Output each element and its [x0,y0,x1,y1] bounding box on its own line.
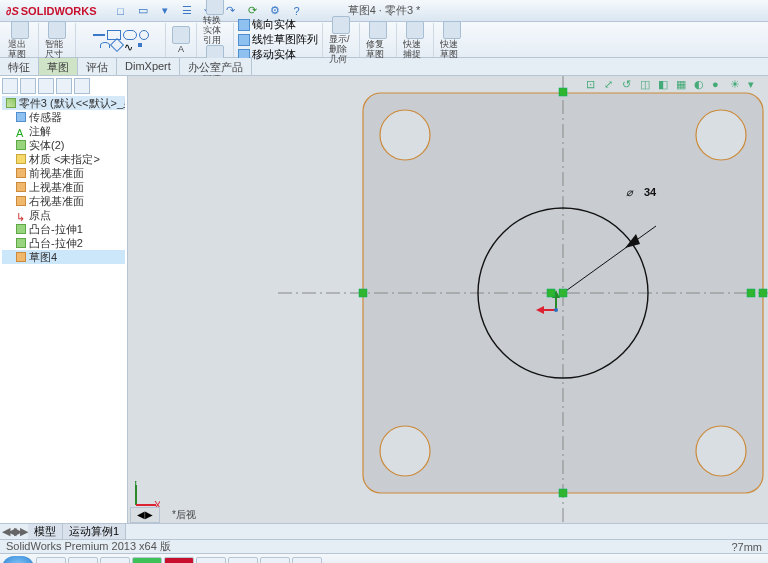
zoom-window-icon[interactable]: ⊡ [586,78,600,92]
sketch-drawing: ⌀ 34 [128,76,768,523]
tab-motion-study[interactable]: 运动算例1 [63,524,126,539]
svg-rect-20 [759,289,767,297]
ribbon-group-exit: 退出草图 [2,23,39,57]
tree-node-annotations[interactable]: A注解 [2,124,125,138]
view-triad: Y X [132,481,160,509]
repair-icon [369,21,387,39]
taskbar-excel-icon[interactable]: X [228,557,258,564]
tree-tab-property-icon[interactable] [20,78,36,94]
qat-save-icon[interactable]: ▾ [157,3,173,19]
tree-node-bodies[interactable]: 实体(2) [2,138,125,152]
mirror-icon[interactable] [238,19,250,31]
scene-icon[interactable]: ☀ [730,78,744,92]
ribbon: 退出草图 智能尺寸 ∿ A 转换实体引用 [0,22,768,58]
linear-pattern-icon[interactable] [238,34,250,46]
view-orient-icon[interactable]: ◧ [658,78,672,92]
tab-office[interactable]: 办公室产品 [180,58,252,75]
circle-tool-icon[interactable] [139,30,149,40]
tree-tab-config-icon[interactable] [38,78,54,94]
rapid-sketch-button[interactable]: 快速草图 [438,21,466,59]
polygon-tool-icon[interactable] [109,37,123,51]
tree-node-front-plane[interactable]: 前视基准面 [2,166,125,180]
tree-tab-feature-icon[interactable] [2,78,18,94]
hide-show-icon[interactable]: ◐ [694,78,708,92]
display-delete-button[interactable]: 显示/删除几何 [327,16,355,64]
tree-node-sketch4[interactable]: 草图4 [2,250,125,264]
tab-scroll-arrows[interactable]: ◀◀▶▶ [0,525,28,538]
slot-tool-icon[interactable] [123,30,137,40]
ribbon-group-pattern: 镜向实体 线性草图阵列 移动实体 [234,23,323,57]
taskbar-360-icon[interactable]: ⊙ [132,557,162,564]
view-settings-icon[interactable]: ▾ [748,78,762,92]
svg-point-5 [696,110,746,160]
tab-evaluate[interactable]: 评估 [78,58,117,75]
sketch-icon [16,252,26,262]
status-measure: ?7mm [731,541,762,553]
command-tabs: 特征 草图 评估 DimXpert 办公室产品 [0,58,768,76]
qat-open-icon[interactable]: ▭ [135,3,151,19]
zoom-fit-icon[interactable]: ⤢ [604,78,618,92]
spline-tool-icon[interactable]: ∿ [124,41,136,49]
tree-root[interactable]: 零件3 (默认<<默认>_显示状态 [2,96,125,110]
convert-entities-button[interactable]: 转换实体引用 [201,0,229,45]
tree-node-extrude2[interactable]: 凸台-拉伸2 [2,236,125,250]
section-view-icon[interactable]: ◫ [640,78,654,92]
qat-new-icon[interactable]: □ [113,3,129,19]
svg-text:⌀: ⌀ [626,186,634,198]
status-bar: SolidWorks Premium 2013 x64 版 ?7mm [0,539,768,553]
tree-tab-display-icon[interactable] [74,78,90,94]
ribbon-group-display: 显示/删除几何 [323,23,360,57]
taskbar-folder-icon[interactable]: 🗀 [292,557,322,564]
display-delete-icon [332,16,350,34]
svg-text:Y: Y [132,481,140,487]
qat-print-icon[interactable]: ☰ [179,3,195,19]
tab-dimxpert[interactable]: DimXpert [117,58,180,75]
taskbar-solidworks-icon[interactable]: SW [164,557,194,564]
tree-tab-dimxpert-icon[interactable] [56,78,72,94]
svg-point-7 [696,426,746,476]
tree-node-right-plane[interactable]: 右视基准面 [2,194,125,208]
taskbar-ie-icon[interactable]: e [68,557,98,564]
exit-sketch-button[interactable]: 退出草图 [6,21,34,59]
taskbar-media-icon[interactable]: ▶ [100,557,130,564]
tree-node-extrude1[interactable]: 凸台-拉伸1 [2,222,125,236]
display-style-icon[interactable]: ▦ [676,78,690,92]
point-tool-icon[interactable] [138,43,142,47]
tree-node-sensors[interactable]: 传感器 [2,110,125,124]
convert-icon [206,0,224,15]
view-tab-arrow[interactable]: ◀▶ [130,507,160,523]
tab-sketch[interactable]: 草图 [39,58,78,75]
tree-node-origin[interactable]: ↳原点 [2,208,125,222]
arc-tool-icon[interactable] [100,42,110,48]
tree-node-material[interactable]: 材质 <未指定> [2,152,125,166]
repair-sketch-button[interactable]: 修复草图 [364,21,392,59]
graphics-viewport[interactable]: ⊡ ⤢ ↺ ◫ ◧ ▦ ◐ ● ☀ ▾ [128,76,768,523]
trim-button[interactable]: A [170,26,192,54]
svg-point-4 [380,110,430,160]
view-prev-icon[interactable]: ↺ [622,78,636,92]
ribbon-group-snap: 快速捕捉 [397,23,434,57]
tab-features[interactable]: 特征 [0,58,39,75]
ribbon-group-convert: 转换实体引用 等距实体 [197,23,234,57]
rect-tool-icon[interactable] [107,30,121,40]
brand: ∂S SOLIDWORKS [6,5,97,17]
smart-dimension-button[interactable]: 智能尺寸 [43,21,71,59]
part-icon [6,98,16,108]
start-button[interactable] [2,556,34,564]
ribbon-group-trim: A [166,23,197,57]
extrude-icon [16,238,26,248]
tab-model[interactable]: 模型 [28,524,63,539]
brand-text: SOLIDWORKS [21,5,97,17]
trim-icon [172,26,190,44]
dimension-icon [48,21,66,39]
extrude-icon [16,224,26,234]
heads-up-toolbar: ⊡ ⤢ ↺ ◫ ◧ ▦ ◐ ● ☀ ▾ [586,78,762,92]
taskbar-word-icon[interactable]: W [196,557,226,564]
tree-node-top-plane[interactable]: 上视基准面 [2,180,125,194]
line-tool-icon[interactable] [93,34,105,36]
annotation-icon: A [16,126,26,136]
appearance-icon[interactable]: ● [712,78,726,92]
taskbar-explorer-icon[interactable]: 📁 [36,557,66,564]
quick-snap-button[interactable]: 快速捕捉 [401,21,429,59]
taskbar-photos-icon[interactable]: ▦ [260,557,290,564]
